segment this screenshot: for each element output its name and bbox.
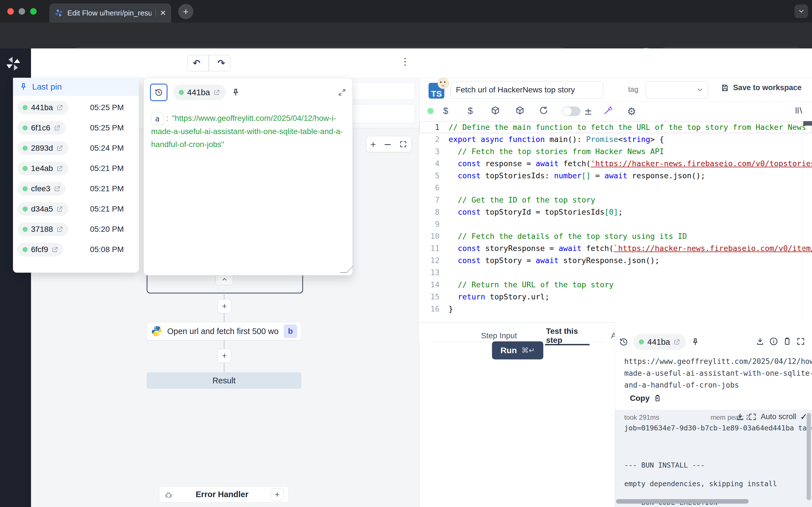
tab-search-button[interactable]: [795, 4, 808, 18]
windmill-logo[interactable]: [5, 55, 21, 72]
download-icon[interactable]: [756, 337, 765, 346]
package-icon[interactable]: [491, 106, 500, 115]
external-link-icon[interactable]: [56, 206, 63, 212]
library-icon[interactable]: [795, 106, 804, 115]
save-to-workspace-button[interactable]: Save to workspace: [721, 83, 802, 92]
code-line[interactable]: 13: [419, 267, 812, 279]
code-line[interactable]: 11 const storyResponse = await fetch(`ht…: [419, 242, 812, 255]
info-icon[interactable]: [769, 337, 778, 346]
horizontal-scrollbar[interactable]: [616, 499, 749, 504]
minimize-window-button[interactable]: [18, 8, 25, 15]
external-link-icon[interactable]: [56, 104, 63, 111]
pin-id: 37188: [31, 225, 53, 234]
download-icon[interactable]: [736, 413, 744, 421]
code-line[interactable]: 3 // Fetch the top stories from Hacker N…: [419, 145, 812, 158]
diff-mode-toggle[interactable]: [562, 107, 580, 116]
copy-button[interactable]: Copy: [630, 394, 661, 403]
package-icon[interactable]: [515, 106, 525, 115]
pin-id-pill[interactable]: 441ba: [173, 84, 226, 100]
flow-step-node[interactable]: Open url and fetch first 500 words of ..…: [147, 322, 301, 340]
ai-wand-icon[interactable]: [603, 106, 613, 115]
code-line[interactable]: 2export async function main(): Promise<s…: [419, 133, 812, 145]
expand-icon[interactable]: [748, 413, 757, 421]
more-options-icon[interactable]: ⋮: [400, 56, 410, 67]
add-error-handler-button[interactable]: +: [271, 488, 284, 501]
browser-tab[interactable]: Edit Flow u/henri/pin_results ✕: [49, 3, 171, 22]
close-tab-icon[interactable]: ✕: [160, 9, 166, 17]
collapse-chevron-button[interactable]: [216, 274, 233, 285]
insert-step-button[interactable]: +: [217, 349, 232, 363]
code-line[interactable]: 5 const topStoriesIds: number[] = await …: [419, 170, 812, 182]
external-link-icon[interactable]: [54, 185, 61, 192]
variables-icon[interactable]: $: [443, 106, 448, 116]
error-handler-node[interactable]: Error Handler +: [159, 487, 289, 503]
code-line[interactable]: 8 const topStoryId = topStoriesIds[0];: [419, 206, 812, 218]
pin-id-pill[interactable]: cfee3: [17, 182, 66, 195]
log-line: empty dependencies, skipping install: [624, 480, 812, 498]
auto-scroll-label[interactable]: Auto scroll: [761, 412, 796, 421]
zoom-in-button[interactable]: +: [370, 139, 376, 150]
expand-popup-icon[interactable]: [338, 88, 346, 97]
external-link-icon[interactable]: [56, 226, 63, 233]
code-line[interactable]: 9: [419, 218, 812, 230]
code-line[interactable]: 6: [419, 182, 812, 194]
fullscreen-icon[interactable]: [796, 337, 805, 346]
close-window-button[interactable]: [7, 8, 14, 15]
fit-view-icon[interactable]: [399, 140, 407, 148]
result-node[interactable]: Result: [147, 372, 301, 389]
external-link-icon[interactable]: [56, 145, 63, 152]
pin-id-pill[interactable]: 37188: [17, 223, 68, 236]
code-line[interactable]: 15 return topStory.url;: [419, 291, 812, 303]
code-line[interactable]: 14 // Return the URL of the top story: [419, 279, 812, 291]
pin-id: 441ba: [647, 337, 670, 347]
pin-id-pill[interactable]: 441ba: [633, 334, 686, 350]
pin-id-pill[interactable]: 1e4ab: [17, 162, 68, 175]
pin-id-pill[interactable]: d34a5: [17, 202, 68, 216]
vertical-scrollbar[interactable]: [807, 413, 811, 500]
new-tab-button[interactable]: +: [178, 4, 193, 19]
step-tabs: Step InputTest this stepAdvanced: [430, 323, 605, 342]
tab-test-this-step[interactable]: Test this step: [545, 326, 590, 345]
code-line[interactable]: 1// Define the main function to fetch th…: [419, 121, 812, 133]
external-link-icon[interactable]: [52, 246, 58, 253]
code-line[interactable]: 7 // Get the ID of the top story: [419, 194, 812, 206]
pin-id-pill[interactable]: 6f1c6: [17, 121, 66, 135]
history-button[interactable]: [150, 83, 167, 101]
external-link-icon[interactable]: [213, 89, 220, 96]
result-key-badge: a: [151, 113, 163, 125]
external-link-icon[interactable]: [54, 124, 61, 131]
resize-handle[interactable]: [340, 266, 354, 273]
code-editor[interactable]: 1// Define the main function to fetch th…: [419, 121, 812, 323]
code-line[interactable]: 12 const topStory = await storyResponse.…: [419, 255, 812, 267]
history-icon[interactable]: [619, 337, 628, 346]
code-line[interactable]: 4 const response = await fetch('https://…: [419, 158, 812, 170]
pin-time: 05:24 PM: [90, 144, 124, 153]
key-separator: :: [166, 114, 168, 122]
step-title-input[interactable]: Fetch url of HackerNews top story: [451, 81, 603, 99]
minimap-slider[interactable]: [803, 121, 812, 126]
clipboard-icon[interactable]: [783, 337, 792, 346]
diff-plusminus-icon[interactable]: ±: [584, 106, 592, 117]
pin-time: 05:21 PM: [90, 184, 124, 193]
insert-step-button[interactable]: +: [217, 299, 232, 313]
run-button[interactable]: Run ⌘↵: [492, 341, 543, 359]
resources-icon[interactable]: $: [468, 106, 473, 116]
zoom-window-button[interactable]: [30, 8, 37, 15]
code-line[interactable]: 10 // Fetch the details of the top story…: [419, 230, 812, 242]
redo-button[interactable]: ↷: [213, 58, 230, 68]
zoom-out-button[interactable]: −: [384, 138, 392, 150]
tag-select[interactable]: [646, 81, 708, 99]
pin-icon[interactable]: [691, 338, 700, 346]
external-link-icon[interactable]: [673, 339, 680, 345]
pin-icon[interactable]: [232, 88, 240, 97]
code-line[interactable]: 16}: [419, 303, 812, 315]
editor-settings-icon[interactable]: ⚙: [627, 106, 636, 117]
python-icon: [151, 325, 163, 337]
pin-id-pill[interactable]: 441ba: [17, 101, 68, 114]
undo-button[interactable]: ↶: [188, 58, 205, 68]
refresh-icon[interactable]: [539, 106, 548, 115]
pin-id-pill[interactable]: 6fcf9: [17, 243, 63, 256]
pin-id-pill[interactable]: 2893d: [17, 142, 68, 155]
pin-id: cfee3: [31, 184, 50, 193]
external-link-icon[interactable]: [56, 165, 63, 172]
